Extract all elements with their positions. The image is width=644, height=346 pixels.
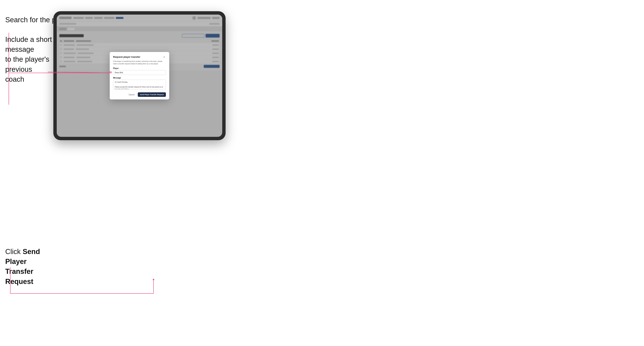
cancel-button[interactable]: Cancel (127, 93, 136, 97)
svg-marker-10 (152, 279, 154, 280)
send-player-transfer-request-button[interactable]: Send Player Transfer Request (138, 92, 166, 97)
modal-title: Request player transfer (113, 55, 140, 58)
annotation-message: Include a short messageto the player's p… (5, 35, 56, 84)
player-label: Player (113, 67, 166, 69)
message-textarea[interactable]: Hi Coach McHarg, Please accept this tran… (113, 80, 166, 89)
annotation-click: Click Send PlayerTransfer Request (5, 247, 58, 287)
tablet-screen: Request player transfer × If the player … (57, 14, 222, 137)
modal-close-button[interactable]: × (162, 55, 166, 59)
tablet-device: Request player transfer × If the player … (53, 11, 226, 140)
modal-header: Request player transfer × (113, 55, 166, 59)
player-input[interactable] (113, 70, 166, 75)
modal-footer: Cancel Send Player Transfer Request (113, 92, 166, 97)
modal-overlay: Request player transfer × If the player … (57, 14, 222, 137)
annotation-click-bold: Send PlayerTransfer Request (5, 248, 40, 285)
message-label: Message (113, 77, 166, 79)
request-player-transfer-modal: Request player transfer × If the player … (110, 52, 169, 99)
modal-description: If the player is transferring from anoth… (113, 60, 166, 65)
